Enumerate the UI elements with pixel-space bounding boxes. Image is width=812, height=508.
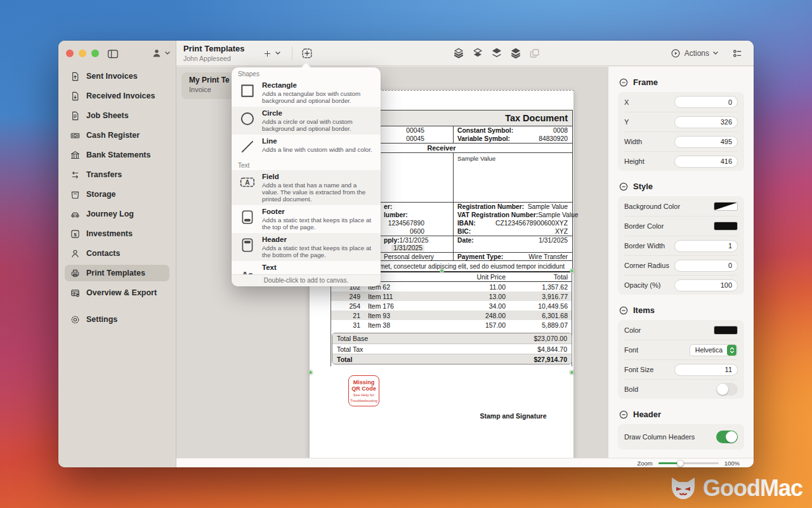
goodmac-cat-icon bbox=[667, 476, 700, 501]
font-stepper-icon[interactable] bbox=[727, 345, 737, 356]
zoom-bar: Zoom 100% bbox=[176, 458, 754, 467]
draw-column-headers-row: Draw Column Headers bbox=[624, 424, 738, 450]
border-color-well[interactable] bbox=[714, 222, 738, 231]
duplicate-button[interactable] bbox=[527, 45, 543, 62]
header-section-header: Header bbox=[619, 410, 743, 419]
collapse-icon[interactable] bbox=[619, 182, 628, 191]
font-size-input[interactable] bbox=[674, 364, 738, 376]
plus-icon bbox=[263, 49, 272, 58]
bold-row: Bold bbox=[624, 379, 738, 399]
sidebar-item-job-sheets[interactable]: Job Sheets bbox=[65, 107, 169, 124]
collapse-icon[interactable] bbox=[619, 410, 628, 419]
storage-box-icon bbox=[70, 189, 81, 200]
send-to-back-icon bbox=[452, 47, 465, 60]
popover-item-header[interactable]: Header Adds a static text that keeps its… bbox=[232, 233, 381, 261]
field-label: Constant Symbol: bbox=[454, 127, 513, 134]
popover-item-line[interactable]: Line Adds a line with custom width and c… bbox=[232, 135, 381, 159]
y-input[interactable] bbox=[674, 116, 738, 128]
dollar-square-icon: $ bbox=[70, 229, 81, 239]
play-circle-icon bbox=[671, 48, 681, 58]
shapes-popover: Shapes Rectangle Adds a rectangular box … bbox=[232, 67, 381, 286]
height-input[interactable] bbox=[674, 156, 738, 168]
unit-price-header: Unit Price bbox=[450, 273, 506, 281]
popover-item-text[interactable]: Aa Text bbox=[232, 261, 381, 274]
header-group: Draw Column Headers bbox=[618, 424, 744, 450]
popover-item-field[interactable]: A Field Adds a text that has a name and … bbox=[232, 170, 381, 205]
frame-y-row: Y bbox=[624, 112, 738, 131]
popover-footer-hint: Double-click to add to canvas. bbox=[232, 274, 381, 286]
circle-icon bbox=[238, 109, 257, 128]
background-color-well[interactable] bbox=[714, 202, 738, 211]
popover-item-footer[interactable]: Footer Adds a static text that keeps its… bbox=[232, 205, 381, 233]
header-icon bbox=[238, 236, 257, 255]
person-outline-icon bbox=[70, 248, 81, 259]
selection-handle[interactable] bbox=[570, 269, 574, 273]
font-size-row: Font Size bbox=[624, 359, 738, 379]
table-row: 31Item 38157.005,889.07 bbox=[331, 320, 572, 330]
user-menu-button[interactable] bbox=[151, 48, 170, 59]
font-select[interactable]: Helvetica bbox=[690, 344, 738, 356]
x-input[interactable] bbox=[674, 96, 738, 108]
collapse-icon[interactable] bbox=[619, 78, 628, 87]
insert-plus-dashed-icon bbox=[301, 47, 313, 60]
sidebar-item-transfers[interactable]: Transfers bbox=[65, 166, 169, 183]
bring-forward-button[interactable] bbox=[488, 45, 505, 62]
popover-item-rectangle[interactable]: Rectangle Adds a rectangular box with cu… bbox=[232, 79, 381, 107]
sidebar-item-investments[interactable]: $ Investments bbox=[65, 225, 169, 242]
actions-button[interactable]: Actions bbox=[665, 45, 723, 62]
sidebar-item-contacts[interactable]: Contacts bbox=[65, 245, 169, 262]
doc-lines-icon bbox=[70, 110, 81, 121]
selection-handle[interactable] bbox=[308, 370, 313, 375]
items-section-header: Items bbox=[619, 305, 743, 315]
missing-qr-placeholder: Missing QR Code See Help for Troubleshoo… bbox=[348, 375, 379, 406]
border-color-row: Border Color bbox=[624, 216, 738, 236]
send-to-back-button[interactable] bbox=[450, 45, 467, 62]
sidebar-toggle-button[interactable] bbox=[107, 48, 119, 60]
window-controls bbox=[66, 50, 99, 57]
field-icon: A bbox=[238, 173, 257, 192]
send-backward-button[interactable] bbox=[469, 45, 486, 62]
zoom-slider-knob[interactable] bbox=[677, 460, 684, 467]
sidebar-item-settings[interactable]: Settings bbox=[65, 311, 169, 328]
minimize-button[interactable] bbox=[79, 50, 86, 57]
zoom-button[interactable] bbox=[91, 50, 99, 57]
insert-shape-button[interactable] bbox=[298, 45, 316, 62]
collapse-icon[interactable] bbox=[619, 306, 628, 315]
total-header: Total bbox=[506, 273, 572, 281]
opacity-input[interactable] bbox=[674, 279, 738, 291]
app-window: Sent Invoices Received Invoices Job Shee… bbox=[58, 41, 754, 467]
add-template-button[interactable] bbox=[258, 45, 285, 62]
highlighted-value: 1/31/2025 bbox=[391, 244, 424, 251]
close-button[interactable] bbox=[66, 50, 74, 57]
sidebar-item-received-invoices[interactable]: Received Invoices bbox=[65, 88, 169, 104]
sidebar-item-bank-statements[interactable]: Bank Statements bbox=[65, 147, 169, 163]
bank-building-icon bbox=[70, 150, 81, 161]
chevron-down-icon bbox=[165, 51, 170, 55]
border-width-input[interactable] bbox=[674, 240, 738, 252]
sidebar-item-overview-export[interactable]: Overview & Export bbox=[65, 284, 169, 301]
desktop: GoodMac Sent Invoices bbox=[0, 0, 812, 508]
sidebar-item-journey-log[interactable]: Journey Log bbox=[65, 206, 169, 222]
doc-arrow-up-icon bbox=[70, 71, 81, 82]
svg-text:$: $ bbox=[74, 231, 77, 237]
zoom-slider[interactable] bbox=[658, 462, 719, 464]
sidebar-item-storage[interactable]: Storage bbox=[65, 186, 169, 203]
draw-column-headers-toggle[interactable] bbox=[716, 431, 738, 443]
popover-item-circle[interactable]: Circle Adds a circle or oval with custom… bbox=[232, 107, 381, 135]
bring-to-front-button[interactable] bbox=[508, 45, 524, 62]
items-color-well[interactable] bbox=[714, 326, 738, 335]
width-input[interactable] bbox=[674, 136, 738, 148]
selection-handle[interactable] bbox=[440, 269, 444, 273]
svg-text:Aa: Aa bbox=[242, 270, 253, 274]
corner-radius-input[interactable] bbox=[674, 260, 738, 272]
field-label: Variable Symbol: bbox=[454, 135, 510, 142]
inspector-toggle-button[interactable] bbox=[728, 45, 746, 62]
selection-handle[interactable] bbox=[570, 370, 574, 375]
sidebar-item-sent-invoices[interactable]: Sent Invoices bbox=[65, 68, 169, 84]
bold-toggle[interactable] bbox=[716, 383, 738, 396]
sidebar-item-cash-register[interactable]: Cash Register bbox=[65, 127, 169, 144]
sidebar-item-print-templates[interactable]: Print Templates bbox=[65, 265, 169, 281]
line-icon bbox=[238, 137, 257, 156]
table-row: 249Item 11113.003,916.77 bbox=[331, 291, 572, 301]
border-width-row: Border Width bbox=[624, 236, 738, 255]
